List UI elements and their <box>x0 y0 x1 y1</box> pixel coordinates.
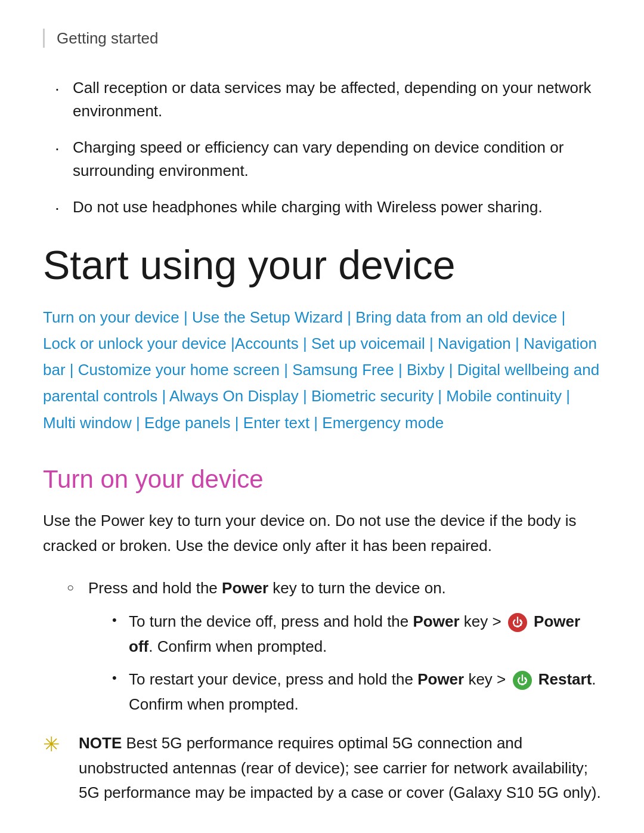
list-item: To turn the device off, press and hold t… <box>112 609 601 659</box>
main-title: Start using your device <box>43 243 601 287</box>
link-turn-on-device[interactable]: Turn on your device <box>43 308 179 326</box>
link-accounts[interactable]: Accounts <box>235 335 299 352</box>
note-text-block: NOTE Best 5G performance requires optima… <box>79 731 601 806</box>
bold-power-off: Power <box>413 612 460 630</box>
note-sun-icon: ✳ <box>43 732 69 756</box>
power-off-icon <box>508 613 527 632</box>
link-mobile-continuity[interactable]: Mobile continuity <box>446 387 562 405</box>
link-enter-text[interactable]: Enter text <box>243 414 309 432</box>
link-biometric[interactable]: Biometric security <box>311 387 434 405</box>
note-block: ✳ NOTE Best 5G performance requires opti… <box>43 731 601 806</box>
link-customize-home[interactable]: Customize your home screen <box>78 361 280 379</box>
link-emergency-mode[interactable]: Emergency mode <box>322 414 444 432</box>
link-edge-panels[interactable]: Edge panels <box>144 414 231 432</box>
header-bar: Getting started <box>43 29 601 48</box>
section1-sub-list: Press and hold the Power key to turn the… <box>43 576 601 717</box>
bold-restart: Power <box>417 670 464 688</box>
section-turn-on: Turn on your device Use the Power key to… <box>43 465 601 806</box>
list-item: Do not use headphones while charging wit… <box>55 196 601 219</box>
link-bring-data[interactable]: Bring data from an old device <box>355 308 557 326</box>
page-container: Getting started Call reception or data s… <box>0 0 644 833</box>
nested-list: To turn the device off, press and hold t… <box>88 609 601 717</box>
link-samsung-free[interactable]: Samsung Free <box>292 361 394 379</box>
bold-power: Power <box>222 579 268 597</box>
list-item: Charging speed or efficiency can vary de… <box>55 136 601 182</box>
links-block: Turn on your device | Use the Setup Wiza… <box>43 304 601 436</box>
link-navigation[interactable]: Navigation <box>438 335 511 352</box>
note-label: NOTE <box>79 734 122 752</box>
section1-heading: Turn on your device <box>43 465 601 494</box>
link-bixby[interactable]: Bixby <box>407 361 445 379</box>
list-item-circle: Press and hold the Power key to turn the… <box>67 576 601 717</box>
intro-bullet-list: Call reception or data services may be a… <box>43 76 601 219</box>
link-multi-window[interactable]: Multi window <box>43 414 132 432</box>
circle-bullet-text: Press and hold the Power key to turn the… <box>88 579 446 597</box>
link-always-on-display[interactable]: Always On Display <box>169 387 299 405</box>
note-body: Best 5G performance requires optimal 5G … <box>79 734 601 801</box>
restart-icon <box>513 671 532 690</box>
link-setup-wizard[interactable]: Use the Setup Wizard <box>192 308 343 326</box>
link-lock-unlock[interactable]: Lock or unlock your device <box>43 335 227 352</box>
header-title: Getting started <box>57 29 159 47</box>
section1-body: Use the Power key to turn your device on… <box>43 509 601 558</box>
list-item: To restart your device, press and hold t… <box>112 667 601 717</box>
list-item: Call reception or data services may be a… <box>55 76 601 123</box>
bold-restart-label: Restart <box>538 670 592 688</box>
link-voicemail[interactable]: Set up voicemail <box>311 335 425 352</box>
